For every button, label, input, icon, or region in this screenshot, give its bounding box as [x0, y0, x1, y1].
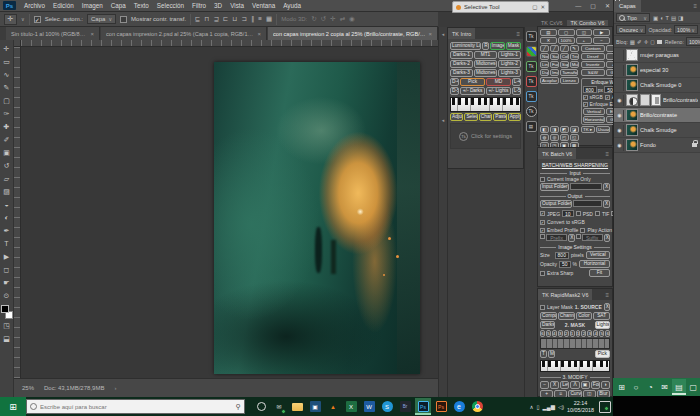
lights-side-button[interactable]: Lights [595, 321, 610, 329]
align-right-icon[interactable]: ⊒ [214, 15, 219, 23]
usuario-menu-button[interactable]: Usuario ▸ [596, 126, 610, 133]
dodge-tool[interactable]: ◐ [1, 211, 13, 224]
panel-menu-icon[interactable]: ≡ [602, 148, 612, 159]
visibility-toggle[interactable]: ◉ [616, 140, 624, 151]
visibility-toggle[interactable]: ◉ [616, 125, 624, 136]
subtract-button[interactable]: − [540, 381, 549, 389]
photos-icon[interactable]: ▣ [307, 398, 323, 415]
start-button[interactable]: ⊞ [0, 397, 26, 416]
lock-all-icon[interactable] [657, 40, 662, 44]
l-5-button[interactable]: L-5 [512, 87, 521, 95]
search-input[interactable] [40, 404, 233, 410]
mask-strength-keys[interactable] [540, 338, 610, 349]
gradient-tool[interactable]: ▨ [1, 185, 13, 198]
apply-button[interactable]: Apply [508, 113, 521, 121]
menu-item[interactable]: Filtro [192, 2, 206, 9]
layer-thumbnail[interactable] [626, 124, 638, 136]
close-doc-icon[interactable]: ✕ [540, 37, 557, 44]
word-icon[interactable]: W [361, 398, 377, 415]
layers-tab[interactable]: Capas [614, 0, 641, 12]
distribute-h-icon[interactable]: ∥ [251, 15, 254, 23]
composite-button[interactable]: Composite [540, 312, 557, 320]
desnf-button[interactable]: Desnf [581, 53, 606, 60]
restore-icon[interactable]: ▢ [532, 4, 537, 10]
close-tab-icon[interactable]: × [91, 31, 95, 37]
layer-name[interactable]: Chalk Smudge [640, 127, 698, 133]
document-tab[interactable]: con capas impresion 2 copia al 25% (Bril… [268, 27, 438, 40]
web-size-field[interactable]: 800 [583, 86, 597, 93]
pick-source-button[interactable]: Pick [595, 350, 610, 358]
combo-icon-6[interactable]: ◎ [550, 134, 559, 141]
menu-item[interactable]: Vista [230, 2, 244, 9]
col-button[interactable]: Col [560, 53, 569, 60]
quick-selection-tool[interactable]: ✎ [1, 81, 13, 94]
enfoque-extra-checkbox[interactable] [583, 102, 588, 107]
lights-2-key[interactable]: 2 [581, 330, 586, 337]
input-folder-button[interactable]: Input Folder ... [540, 183, 569, 191]
tk-panel-icon-2[interactable]: Tk [526, 61, 537, 72]
document-image[interactable] [214, 62, 420, 374]
brush-soft-button[interactable]: ╱ [540, 45, 549, 52]
marquee-tool[interactable]: ▭ [1, 55, 13, 68]
horizontal-button[interactable]: Horizontal [583, 116, 606, 123]
document-tab[interactable]: con capas impresion 2.psd al 25% (Capa 1… [101, 27, 267, 40]
auto-select-target-dropdown[interactable]: Capa ∨ [87, 14, 116, 24]
align-center-h-icon[interactable]: ⊓ [205, 15, 210, 23]
tris-button[interactable]: Tris [570, 53, 579, 60]
levels-button[interactable]: Levels [560, 381, 569, 389]
duplicate-icon[interactable]: ◫ [576, 29, 593, 36]
suffix-checkbox[interactable] [576, 234, 581, 239]
path-selection-tool[interactable]: ▶ [1, 250, 13, 263]
midtones-3-button[interactable]: Midtones-3 [474, 69, 497, 77]
distribute-v-icon[interactable]: ≡ [258, 15, 262, 23]
lock-position-icon[interactable]: ✛ [644, 39, 649, 45]
tk-menu-button[interactable]: TK ▸ [581, 126, 595, 133]
usb-icon[interactable]: ▯ [537, 404, 540, 410]
close-button[interactable]: ✕ [605, 2, 610, 9]
adjust-button[interactable]: Adjust [450, 113, 463, 121]
embed-profile-checkbox[interactable] [540, 228, 545, 233]
contrast-button[interactable]: ◑ [601, 381, 610, 389]
output-folder-button[interactable]: Output Folder ... [540, 200, 572, 208]
norm-button[interactable]: Norm [540, 53, 549, 60]
combo-icon-5[interactable]: ◍ [540, 134, 549, 141]
mt1-button[interactable]: MT1 [474, 51, 497, 59]
menu-item[interactable]: Selección [157, 2, 184, 9]
darks-side-button[interactable]: Darks [540, 321, 555, 329]
elements-icon[interactable]: Ps [433, 398, 449, 415]
panel-menu-icon[interactable]: ≡ [513, 28, 523, 39]
color-source-button[interactable]: Color [576, 312, 593, 320]
restore-button[interactable]: ▢ [590, 2, 596, 9]
layer-name[interactable]: Fondo [640, 142, 690, 148]
show-transform-checkbox[interactable] [120, 16, 127, 23]
clear-prefix-button[interactable]: X [568, 234, 574, 242]
volume-icon[interactable]: ◁) [558, 404, 564, 410]
combo-icon-1[interactable]: ◧ [540, 126, 549, 133]
tk-intro-settings-link[interactable]: Tk Click for settings [450, 123, 521, 149]
hidden-icons-chevron[interactable]: ∧ [530, 404, 534, 410]
lights-2-button[interactable]: Lights-2 [498, 60, 521, 68]
lights-1-button[interactable]: Lights-1 [498, 51, 521, 59]
tool-preset-caret-icon[interactable]: ∨ [21, 16, 25, 22]
history-brush-tool[interactable]: ↺ [1, 159, 13, 172]
sat-source-button[interactable]: SAT [593, 312, 610, 320]
partial-app-icon[interactable]: ▢ [687, 379, 700, 395]
layer-thumbnail[interactable] [626, 94, 638, 106]
search-box[interactable]: ⚲ [26, 399, 245, 414]
menu-item[interactable]: Ayuda [283, 2, 301, 9]
lights-3-button[interactable]: Lights-3 [498, 69, 521, 77]
layer-name[interactable]: especial 30 [640, 67, 698, 73]
align-middle-icon[interactable]: ⊔ [233, 15, 238, 23]
blur-tool[interactable]: ◒ [1, 198, 13, 211]
task-view-2-icon[interactable]: ◔ [644, 379, 657, 395]
tk-color-grid-icon[interactable] [526, 46, 537, 57]
tk-intro-tab[interactable]: TK Intro [448, 28, 475, 39]
invert-button[interactable]: X [550, 381, 559, 389]
network-icon[interactable]: ▂▄▆ [543, 404, 555, 410]
extra-sharp-checkbox[interactable] [540, 271, 545, 276]
suffix-field[interactable]: Suffix [582, 234, 603, 241]
acoplar-button[interactable]: Acoplar [540, 77, 559, 84]
contorn-button[interactable]: Contorn [581, 45, 606, 52]
clear-output-button[interactable]: X [603, 200, 610, 208]
close-icon[interactable]: ✕ [540, 4, 545, 10]
